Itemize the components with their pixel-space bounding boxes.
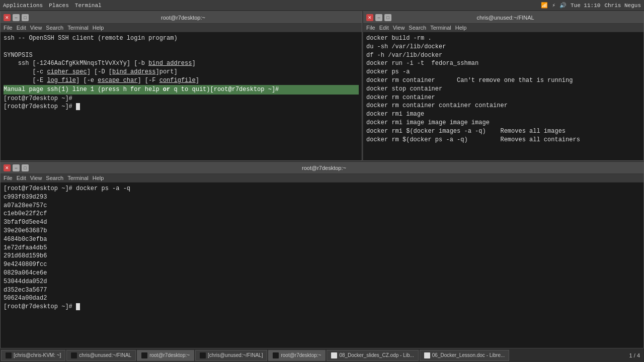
terminal-body-right[interactable]: docker build -rm . du -sh /var/lib/docke… [363, 32, 643, 160]
taskbar-icon-1 [71, 352, 77, 358]
apps-menu[interactable]: Applications [3, 3, 43, 9]
titlebar-right: ✕ – □ chris@unused:~/FINAL [363, 12, 643, 24]
title-bottom: root@r7desktop:~ [29, 165, 619, 171]
taskbar-label-1: chris@unused:~/FINAL [79, 352, 131, 358]
close-btn-left[interactable]: ✕ [4, 14, 11, 21]
menu-view-right[interactable]: View [393, 25, 405, 31]
max-btn-right[interactable]: □ [384, 14, 391, 21]
datetime: Tue 11:10 [571, 3, 600, 9]
terminal-window-right: ✕ – □ chris@unused:~/FINAL File Edit Vie… [362, 11, 644, 161]
taskbar-item-6[interactable]: 06_Docker_Lesson.doc - Libre... [420, 350, 510, 361]
menu-file-bottom[interactable]: File [4, 175, 13, 181]
titlebar-bottom: ✕ – □ root@r7desktop:~ [1, 162, 643, 174]
menu-help-right[interactable]: Help [455, 25, 467, 31]
title-left: root@r7desktop:~ [29, 15, 338, 21]
taskbar-item-1[interactable]: chris@unused:~/FINAL [66, 350, 136, 361]
taskbar-item-4[interactable]: root@r7desktop:~ [268, 350, 326, 361]
close-btn-right[interactable]: ✕ [366, 14, 373, 21]
max-btn-left[interactable]: □ [22, 14, 29, 21]
win-controls-right: ✕ – □ [366, 14, 391, 21]
system-bar-right: 📶 ⚡ 🔊 Tue 11:10 Chris Negus [541, 2, 641, 9]
menu-left: File Edit View Search Terminal Help [1, 24, 362, 32]
page-indicator: 1 / 4 [629, 352, 643, 358]
menu-view-bottom[interactable]: View [30, 175, 42, 181]
docker-ps-content: [root@r7desktop ~]# docker ps -a -q c993… [4, 185, 640, 311]
terminal-body-left[interactable]: ssh -- OpenSSH SSH client (remote login … [1, 32, 362, 160]
taskbar-label-5: 08_Docker_slides_CZ.odp - Lib... [339, 352, 414, 358]
menu-file-right[interactable]: File [366, 25, 375, 31]
network-icon: 📶 [541, 2, 548, 9]
taskbar-label-6: 06_Docker_Lesson.doc - Libre... [432, 352, 505, 358]
max-btn-bottom[interactable]: □ [22, 164, 29, 171]
taskbar-icon-0 [6, 352, 12, 358]
taskbar-item-0[interactable]: [chris@chris-KVM: ~] [1, 350, 65, 361]
menu-search-bottom[interactable]: Search [46, 175, 63, 181]
menu-right: File Edit View Search Terminal Help [363, 24, 643, 32]
taskbar-label-2: root@r7desktop:~ [149, 352, 190, 358]
system-bar: Applications Places Terminal 📶 ⚡ 🔊 Tue 1… [0, 0, 644, 11]
menu-file-left[interactable]: File [4, 25, 13, 31]
menu-edit-right[interactable]: Edit [379, 25, 389, 31]
places-menu[interactable]: Places [49, 3, 69, 9]
terminal-body-bottom[interactable]: [root@r7desktop ~]# docker ps -a -q c993… [1, 183, 643, 348]
highlight-status: Manual page ssh(1) line 1 (press h for h… [4, 85, 359, 95]
taskbar-label-3: [chris@unused:~/FINAL] [208, 352, 263, 358]
taskbar: [chris@chris-KVM: ~] chris@unused:~/FINA… [0, 348, 644, 362]
taskbar-icon-6 [424, 352, 430, 358]
username: Chris Negus [604, 3, 641, 9]
bluetooth-icon: ⚡ [552, 2, 555, 9]
docker-ref-content: docker build -rm . du -sh /var/lib/docke… [366, 34, 640, 144]
win-controls-left: ✕ – □ [4, 14, 29, 21]
menu-edit-left[interactable]: Edit [17, 25, 26, 31]
terminal-menu-top[interactable]: Terminal [75, 3, 102, 9]
volume-icon: 🔊 [559, 2, 567, 9]
menu-view-left[interactable]: View [30, 25, 42, 31]
taskbar-icon-5 [331, 352, 337, 358]
menu-terminal-right[interactable]: Terminal [430, 25, 451, 31]
taskbar-icon-4 [273, 352, 279, 358]
menu-help-left[interactable]: Help [93, 25, 104, 31]
taskbar-label-4: root@r7desktop:~ [281, 352, 321, 358]
title-right: chris@unused:~/FINAL [391, 15, 619, 21]
min-btn-right[interactable]: – [375, 14, 382, 21]
titlebar-left: ✕ – □ root@r7desktop:~ [1, 12, 362, 24]
taskbar-icon-3 [200, 352, 206, 358]
taskbar-item-3[interactable]: [chris@unused:~/FINAL] [195, 350, 267, 361]
menu-terminal-bottom[interactable]: Terminal [67, 175, 89, 181]
menu-search-right[interactable]: Search [409, 25, 426, 31]
terminal-window-left: ✕ – □ root@r7desktop:~ File Edit View Se… [0, 11, 362, 161]
top-half: ✕ – □ root@r7desktop:~ File Edit View Se… [0, 11, 644, 161]
win-controls-bottom: ✕ – □ [4, 164, 29, 171]
menu-help-bottom[interactable]: Help [93, 175, 104, 181]
min-btn-bottom[interactable]: – [13, 164, 20, 171]
prompt-lines: [root@r7desktop ~]# [root@r7desktop ~]# [4, 95, 359, 112]
taskbar-item-5[interactable]: 08_Docker_slides_CZ.odp - Lib... [327, 350, 418, 361]
ssh-content: ssh -- OpenSSH SSH client (remote login … [4, 34, 359, 85]
system-bar-left: Applications Places Terminal [3, 3, 102, 9]
taskbar-icon-2 [141, 352, 147, 358]
terminal-window-bottom: ✕ – □ root@r7desktop:~ File Edit View Se… [0, 161, 644, 349]
menu-bottom: File Edit View Search Terminal Help [1, 174, 643, 183]
menu-search-left[interactable]: Search [46, 25, 63, 31]
menu-terminal-left[interactable]: Terminal [67, 25, 89, 31]
min-btn-left[interactable]: – [13, 14, 20, 21]
close-btn-bottom[interactable]: ✕ [4, 164, 11, 171]
taskbar-item-2[interactable]: root@r7desktop:~ [137, 350, 194, 361]
taskbar-label-0: [chris@chris-KVM: ~] [14, 352, 61, 358]
menu-edit-bottom[interactable]: Edit [17, 175, 26, 181]
